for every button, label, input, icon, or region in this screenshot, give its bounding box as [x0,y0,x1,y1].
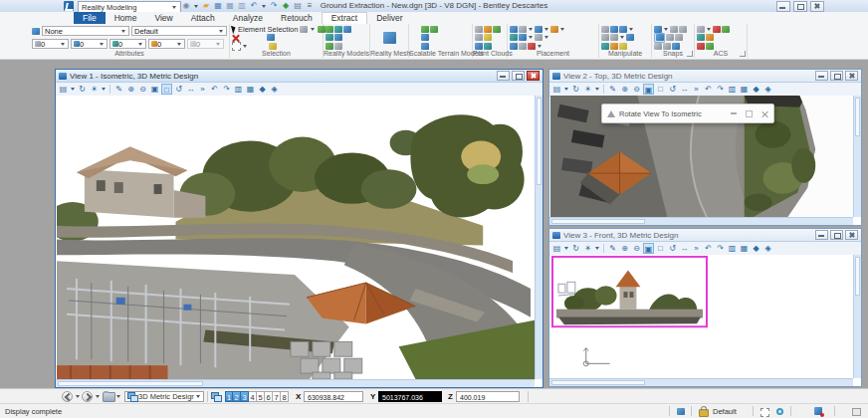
selection-mode-icon[interactable] [300,26,308,33]
snap-midpoint-icon[interactable] [679,26,687,33]
view-toggle-5[interactable]: 5 [257,391,265,402]
chevron-down-icon[interactable] [116,395,120,398]
terrain-from-file-icon[interactable] [430,26,438,33]
acs-plane-lock-icon[interactable] [706,43,714,50]
snap-nearest-icon[interactable] [654,26,662,33]
place-smartline-icon[interactable] [510,26,518,33]
clip-volume-icon[interactable]: ◆ [751,243,761,254]
view-toggle-8[interactable]: 8 [281,391,289,402]
array-element-icon[interactable] [626,34,634,41]
attach-reality-model-icon[interactable] [326,26,333,33]
tab-file[interactable]: File [74,12,106,24]
view-previous-icon[interactable]: ↶ [209,84,220,95]
display-style-icon[interactable]: ▤ [58,84,69,95]
selection-set-icon[interactable] [760,408,769,417]
tab-deliver[interactable]: Deliver [367,12,411,24]
view-previous-icon[interactable]: ↶ [703,243,714,254]
element-template-icon[interactable] [32,28,40,35]
place-line-icon[interactable] [519,26,527,33]
walk-icon[interactable]: » [691,84,702,95]
define-acs-icon[interactable] [697,26,705,33]
snap-tangent-icon[interactable] [654,43,662,50]
terrain-display-icon[interactable] [421,34,429,41]
view3-vertical-scrollbar[interactable] [853,255,861,378]
point-cloud-style-icon[interactable] [475,34,483,41]
clip-volume-icon[interactable]: ◆ [257,84,268,95]
minimize-icon[interactable] [731,112,737,114]
place-circle-icon[interactable] [519,34,527,41]
acs-move-icon[interactable] [697,34,705,41]
model-alert-icon[interactable] [814,407,822,415]
restore-button[interactable] [512,71,525,81]
snap-perpendicular-icon[interactable] [663,43,671,50]
chevron-down-icon[interactable] [564,247,568,250]
view-toggle-4[interactable]: 4 [249,391,257,402]
window-area-icon[interactable]: ▣ [643,243,654,254]
clip-mask-icon[interactable]: ◈ [269,84,280,95]
tile-views-icon[interactable]: ▦ [245,84,256,95]
place-arc-icon[interactable] [535,26,542,33]
fit-view-icon[interactable]: □ [161,84,172,95]
window-indicator-icon[interactable] [852,408,861,416]
active-transparency-combo[interactable]: 0 [148,39,185,49]
fit-view-icon[interactable]: □ [655,243,666,254]
tab-attach[interactable]: Attach [182,12,224,24]
zoom-out-icon[interactable]: ⊖ [631,243,642,254]
stretch-element-icon[interactable] [610,43,618,50]
view-window-2[interactable]: View 2 - Top, 3D Metric Design ▤↻☀✎⊕⊖▣□↺… [548,69,862,226]
y-coordinate-input[interactable]: 5013767.036 [378,391,442,402]
view3-horizontal-scrollbar[interactable] [549,378,853,386]
close-button[interactable] [845,71,858,81]
view-next-icon[interactable]: ↷ [715,84,726,95]
minimize-button[interactable] [776,1,790,12]
x-coordinate-input[interactable]: 630938.842 [304,391,363,402]
forward-button[interactable] [82,391,93,402]
accusnap-toggle-icon[interactable] [672,43,680,50]
snap-center-icon[interactable] [666,34,674,41]
copy-view-icon[interactable]: ▥ [727,84,738,95]
close-button[interactable] [527,71,540,81]
view-rotation-icon[interactable]: ↻ [570,243,581,254]
zoom-in-icon[interactable]: ⊕ [619,84,630,95]
point-cloud-export-icon[interactable] [475,43,483,50]
chevron-down-icon[interactable] [96,395,100,398]
view-previous-icon[interactable]: ↶ [703,84,714,95]
view-toggle-2[interactable]: 2 [233,391,241,402]
clip-mask-icon[interactable]: ◈ [762,243,773,254]
brush-icon[interactable]: ✎ [607,243,618,254]
snap-keypoint-icon[interactable] [670,26,678,33]
place-curve-icon[interactable] [510,43,518,50]
snap-origin-icon[interactable] [656,34,664,41]
acs-select-icon[interactable] [722,26,730,33]
user-tools-icon[interactable]: ◉ [181,1,191,11]
locks-icon[interactable] [699,409,709,417]
rotate-view-icon[interactable]: ↺ [667,243,678,254]
chevron-down-icon[interactable] [76,395,80,398]
chevron-down-icon[interactable] [194,5,198,8]
touchup-reality-mesh-icon[interactable] [383,32,396,44]
view-menu-icon[interactable] [552,73,560,80]
reality-model-settings-icon[interactable] [334,26,342,33]
back-button[interactable] [62,391,73,402]
copy-view-icon[interactable]: ▥ [233,84,244,95]
chevron-down-icon[interactable] [102,88,106,91]
view-toggle-7[interactable]: 7 [273,391,281,402]
fit-view-icon[interactable]: □ [655,84,666,95]
tile-views-icon[interactable]: ▦ [739,243,750,254]
brightness-icon[interactable]: ☀ [582,243,593,254]
clear-selection-icon[interactable] [232,34,240,42]
place-shape-icon[interactable] [519,43,527,50]
place-text-icon[interactable] [528,43,536,50]
active-color-combo[interactable]: 0 [32,39,69,49]
zoom-in-icon[interactable]: ⊕ [619,243,630,254]
view-next-icon[interactable]: ↷ [221,84,232,95]
clip-volume-icon[interactable]: ◆ [751,84,761,95]
clip-mask-icon[interactable]: ◈ [762,84,773,95]
window-area-icon[interactable]: ▣ [643,84,654,95]
sync-view-icon[interactable] [776,408,783,415]
view3-canvas[interactable] [550,255,853,378]
point-cloud-ground-icon[interactable] [493,26,501,33]
display-style-icon[interactable]: ▤ [551,84,562,95]
pan-view-icon[interactable]: ↔ [679,243,690,254]
place-cross-icon[interactable] [535,34,542,41]
